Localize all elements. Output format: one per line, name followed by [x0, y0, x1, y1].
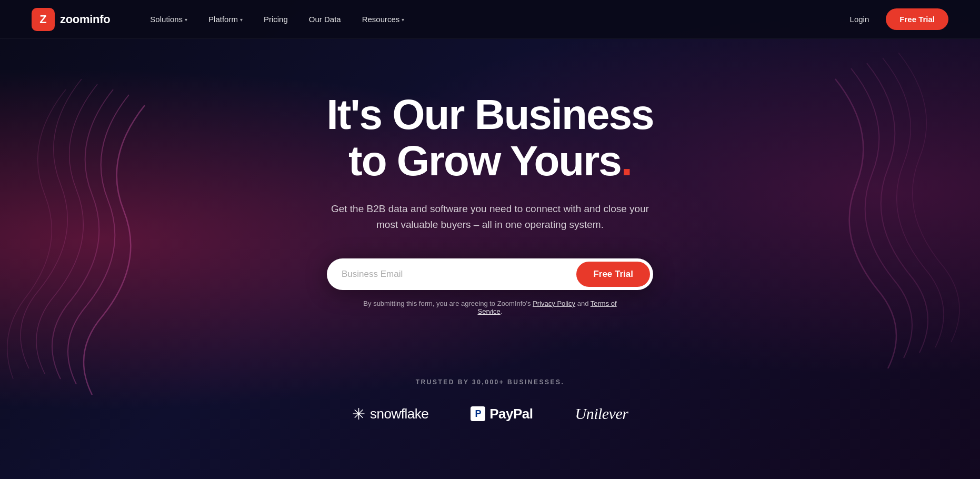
title-accent-dot: .: [621, 137, 632, 184]
nav-item-resources[interactable]: Resources ▾: [354, 11, 413, 28]
nav-our-data-label: Our Data: [309, 15, 341, 24]
hero-section: It's Our Business to Grow Yours. Get the…: [0, 39, 980, 347]
logo-text: zoominfo: [60, 13, 110, 26]
logo-link[interactable]: Z zoominfo: [32, 8, 110, 31]
nav-links: Solutions ▾ Platform ▾ Pricing Our Data …: [142, 11, 841, 28]
resources-chevron-icon: ▾: [402, 17, 404, 23]
snowflake-logo: ✳ snowflake: [352, 405, 429, 423]
nav-item-our-data[interactable]: Our Data: [301, 11, 349, 28]
nav-solutions-label: Solutions: [150, 15, 183, 24]
form-free-trial-button[interactable]: Free Trial: [576, 262, 650, 287]
platform-chevron-icon: ▾: [240, 17, 243, 23]
trust-logos: ✳ snowflake P PayPal Unilever: [352, 405, 628, 423]
snowflake-text: snowflake: [370, 406, 428, 422]
nav-right: Login Free Trial: [842, 8, 948, 30]
nav-item-platform[interactable]: Platform ▾: [200, 11, 251, 28]
hero-subtitle: Get the B2B data and software you need t…: [322, 201, 658, 233]
solutions-chevron-icon: ▾: [185, 17, 187, 23]
logo-icon: Z: [32, 8, 55, 31]
privacy-policy-link[interactable]: Privacy Policy: [533, 300, 575, 307]
unilever-logo: Unilever: [575, 405, 628, 423]
nav-resources-label: Resources: [362, 15, 400, 24]
nav-platform-label: Platform: [208, 15, 238, 24]
email-input[interactable]: [342, 264, 576, 285]
nav-free-trial-button[interactable]: Free Trial: [886, 8, 948, 30]
form-disclaimer: By submitting this form, you are agreein…: [353, 300, 627, 315]
snowflake-icon: ✳: [352, 405, 365, 423]
unilever-text: Unilever: [575, 405, 628, 422]
nav-item-pricing[interactable]: Pricing: [255, 11, 296, 28]
nav-pricing-label: Pricing: [264, 15, 288, 24]
paypal-icon: P: [471, 406, 485, 421]
paypal-text: PayPal: [489, 406, 533, 422]
trust-label: TRUSTED BY 30,000+ BUSINESSES.: [416, 378, 565, 386]
paypal-logo: P PayPal: [471, 406, 533, 422]
hero-title: It's Our Business to Grow Yours.: [327, 92, 654, 184]
navbar: Z zoominfo Solutions ▾ Platform ▾ Pricin…: [0, 0, 980, 39]
login-button[interactable]: Login: [842, 11, 878, 28]
email-form: Free Trial: [327, 258, 653, 290]
nav-item-solutions[interactable]: Solutions ▾: [142, 11, 196, 28]
trust-section: TRUSTED BY 30,000+ BUSINESSES. ✳ snowfla…: [0, 347, 980, 444]
